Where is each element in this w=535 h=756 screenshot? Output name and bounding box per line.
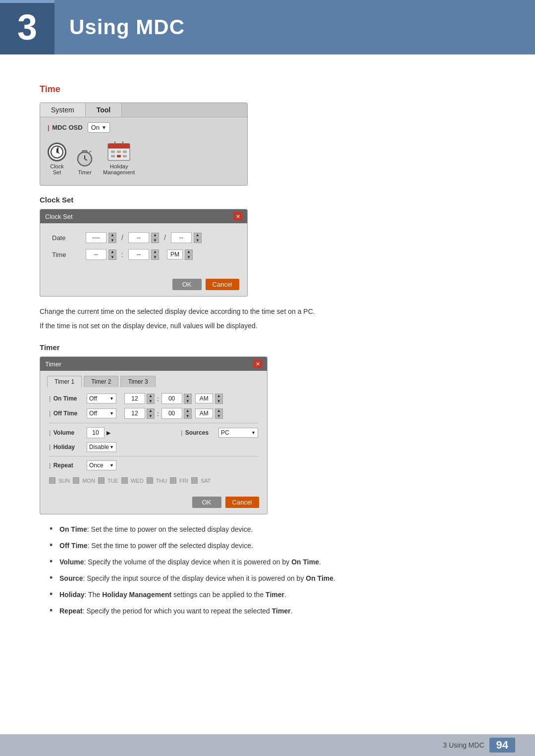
on-time-hour-down[interactable]: ▼ <box>147 399 155 404</box>
date-row: Date ---- ▲ ▼ / -- ▲ ▼ / <box>52 232 235 243</box>
mdc-osd-dropdown[interactable]: On ▼ <box>88 122 110 133</box>
time-input-min[interactable]: -- <box>128 249 149 260</box>
on-time-hour[interactable]: 12 <box>124 393 145 404</box>
time-row: Time -- ▲ ▼ : -- ▲ ▼ PM <box>52 249 235 260</box>
time-up-min[interactable]: ▲ <box>151 250 159 254</box>
volume-arrow-right[interactable]: ▶ <box>107 430 110 436</box>
bullet-off-time-term: Off Time <box>59 542 88 550</box>
day-fri-checkbox[interactable] <box>170 477 176 484</box>
timer-icon-item[interactable]: Timer <box>75 149 94 175</box>
date-up-1[interactable]: ▲ <box>108 233 116 238</box>
day-sun-checkbox[interactable] <box>49 477 55 484</box>
timer-titlebar: Timer ✕ <box>40 357 267 371</box>
day-tue-checkbox[interactable] <box>98 477 105 484</box>
time-ampm-arrows[interactable]: ▲ ▼ <box>185 250 193 260</box>
on-time-ampm-down[interactable]: ▼ <box>215 399 223 404</box>
on-time-min-arrows[interactable]: ▲ ▼ <box>184 394 192 404</box>
date-sep-2: / <box>164 234 166 242</box>
tab-system[interactable]: System <box>40 103 86 117</box>
date-input-3[interactable]: -- <box>171 232 192 243</box>
time-down-min[interactable]: ▼ <box>151 255 159 260</box>
sources-dropdown-arrow: ▼ <box>251 430 256 435</box>
on-time-min[interactable]: 00 <box>161 393 182 404</box>
off-time-time-group: 12 ▲ ▼ : 00 ▲ ▼ AM ▲ ▼ <box>124 408 223 419</box>
time-ampm[interactable]: PM <box>167 250 183 259</box>
volume-value[interactable]: 10 <box>87 427 105 438</box>
timer-ok-button[interactable]: OK <box>192 497 221 508</box>
on-time-row: | On Time Off ▼ 12 ▲ ▼ : 00 ▲ <box>49 393 258 404</box>
on-time-ampm-arrows[interactable]: ▲ ▼ <box>215 394 223 404</box>
timer-tab-1[interactable]: Timer 1 <box>47 376 82 387</box>
holiday-select[interactable]: Disable ▼ <box>87 442 116 452</box>
sources-select[interactable]: PC ▼ <box>218 428 258 438</box>
clockset-close-button[interactable]: ✕ <box>233 212 242 221</box>
on-time-select[interactable]: Off ▼ <box>87 394 116 403</box>
day-sat-checkbox[interactable] <box>191 477 198 484</box>
time-input-hour[interactable]: -- <box>86 249 107 260</box>
on-time-min-up[interactable]: ▲ <box>184 394 192 399</box>
day-thu-checkbox[interactable] <box>147 477 153 484</box>
bullet-source-term: Source <box>59 574 83 582</box>
on-time-hour-up[interactable]: ▲ <box>147 394 155 399</box>
date-arrows-2[interactable]: ▲ ▼ <box>151 233 159 243</box>
off-time-min[interactable]: 00 <box>161 408 182 419</box>
off-time-ampm[interactable]: AM <box>195 408 213 418</box>
date-down-2[interactable]: ▼ <box>151 238 159 243</box>
off-time-ampm-up[interactable]: ▲ <box>215 408 223 413</box>
off-time-hour-up[interactable]: ▲ <box>147 408 155 413</box>
day-sat-label: SAT <box>201 478 211 484</box>
off-time-hour-down[interactable]: ▼ <box>147 414 155 419</box>
off-time-hour-arrows[interactable]: ▲ ▼ <box>147 408 155 419</box>
off-time-min-up[interactable]: ▲ <box>184 408 192 413</box>
time-arrows-min[interactable]: ▲ ▼ <box>151 250 159 260</box>
time-down-hour[interactable]: ▼ <box>108 255 116 260</box>
timer-tabs: Timer 1 Timer 2 Timer 3 <box>40 371 267 387</box>
date-down-1[interactable]: ▼ <box>108 238 116 243</box>
date-down-3[interactable]: ▼ <box>194 238 202 243</box>
timer-tab-3[interactable]: Timer 3 <box>120 376 155 387</box>
clockset-cancel-button[interactable]: Cancel <box>206 279 239 290</box>
time-ampm-down[interactable]: ▼ <box>185 255 193 260</box>
repeat-select[interactable]: Once ▼ <box>87 460 116 470</box>
on-time-colon: : <box>157 395 159 403</box>
day-wed-checkbox[interactable] <box>121 477 128 484</box>
mdc-osd-label: | MDC OSD <box>48 124 83 131</box>
time-ampm-up[interactable]: ▲ <box>185 250 193 254</box>
on-time-min-down[interactable]: ▼ <box>184 399 192 404</box>
time-arrows-hour[interactable]: ▲ ▼ <box>108 250 116 260</box>
off-time-min-down[interactable]: ▼ <box>184 414 192 419</box>
date-arrows-1[interactable]: ▲ ▼ <box>108 233 116 243</box>
svg-rect-10 <box>108 144 130 149</box>
tab-tool[interactable]: Tool <box>86 103 122 117</box>
time-up-hour[interactable]: ▲ <box>108 250 116 254</box>
off-time-min-arrows[interactable]: ▲ ▼ <box>184 408 192 419</box>
pipe-icon: | <box>48 124 50 131</box>
clockset-ok-button[interactable]: OK <box>172 279 202 290</box>
date-arrows-3[interactable]: ▲ ▼ <box>194 233 202 243</box>
date-input-1[interactable]: ---- <box>86 232 107 243</box>
date-up-3[interactable]: ▲ <box>194 233 202 238</box>
date-input-2[interactable]: -- <box>128 232 149 243</box>
clock-set-desc2: If the time is not set on the display de… <box>40 321 495 331</box>
clock-set-icon-item[interactable]: ClockSet <box>48 143 66 175</box>
off-time-select[interactable]: Off ▼ <box>87 408 116 418</box>
time-ampm-group: PM ▲ ▼ <box>167 250 193 260</box>
off-time-ampm-arrows[interactable]: ▲ ▼ <box>215 408 223 419</box>
off-time-hour[interactable]: 12 <box>124 408 145 419</box>
date-up-2[interactable]: ▲ <box>151 233 159 238</box>
repeat-label: | Repeat <box>49 462 84 469</box>
on-time-ampm[interactable]: AM <box>195 394 213 403</box>
repeat-row: | Repeat Once ▼ <box>49 460 258 470</box>
chapter-title: Using MDC <box>54 15 185 39</box>
off-time-ampm-down[interactable]: ▼ <box>215 414 223 419</box>
svg-rect-14 <box>111 155 115 157</box>
on-time-ampm-up[interactable]: ▲ <box>215 394 223 399</box>
timer-close-button[interactable]: ✕ <box>253 359 262 368</box>
on-time-hour-arrows[interactable]: ▲ ▼ <box>147 394 155 404</box>
holiday-icon-item[interactable]: HolidayManagement <box>103 142 135 175</box>
timer-tab-2[interactable]: Timer 2 <box>84 376 118 387</box>
timer-cancel-button[interactable]: Cancel <box>225 497 259 508</box>
timer-footer: OK Cancel <box>40 493 267 514</box>
day-mon-checkbox[interactable] <box>73 477 79 484</box>
day-wed-label: WED <box>131 478 144 484</box>
